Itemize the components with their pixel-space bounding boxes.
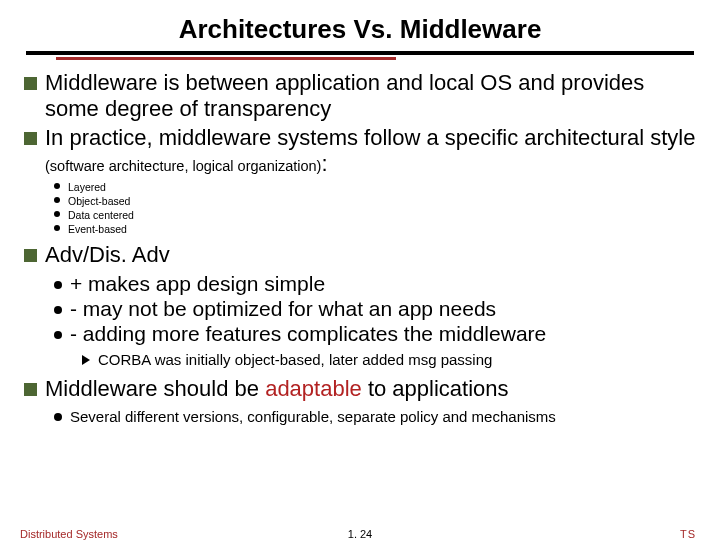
triangle-icon	[82, 355, 90, 365]
list-item: Layered	[54, 180, 704, 194]
square-bullet-icon	[24, 132, 37, 145]
footer-left: Distributed Systems	[20, 528, 118, 540]
style-list: Layered Object-based Data centered Event…	[24, 180, 704, 237]
bullet-4-text: Middleware should be adaptable to applic…	[45, 376, 509, 402]
b4-sub-text: Several different versions, configurable…	[70, 407, 556, 427]
style-3: Event-based	[68, 222, 127, 236]
slide-title: Architectures Vs. Middleware	[0, 0, 720, 51]
dot-icon	[54, 211, 60, 217]
adv-0: + makes app design simple	[70, 271, 325, 296]
dot-icon	[54, 281, 62, 289]
list-item: + makes app design simple	[54, 271, 704, 296]
b4-pre: Middleware should be	[45, 376, 265, 401]
list-item: Data centered	[54, 208, 704, 222]
dot-icon	[54, 306, 62, 314]
adv-list: + makes app design simple - may not be o…	[24, 271, 704, 347]
dot-icon	[54, 197, 60, 203]
bullet-4-sub: Several different versions, configurable…	[24, 407, 704, 427]
bullet-3-text: Adv/Dis. Adv	[45, 242, 170, 268]
style-2: Data centered	[68, 208, 134, 222]
bullet-1-text: Middleware is between application and lo…	[45, 70, 704, 123]
dot-icon	[54, 413, 62, 421]
bullet-4: Middleware should be adaptable to applic…	[24, 376, 704, 402]
title-underline	[26, 51, 694, 55]
square-bullet-icon	[24, 77, 37, 90]
footer-right: TS	[680, 528, 696, 540]
style-1: Object-based	[68, 194, 130, 208]
bullet-2-text: In practice, middleware systems follow a…	[45, 125, 704, 178]
corba-text: CORBA was initially object-based, later …	[98, 350, 492, 370]
bullet-2-colon: :	[321, 151, 327, 176]
dot-icon	[54, 183, 60, 189]
list-item: CORBA was initially object-based, later …	[82, 350, 704, 370]
list-item: Object-based	[54, 194, 704, 208]
adv-1: - may not be optimized for what an app n…	[70, 296, 496, 321]
footer-center: 1. 24	[348, 528, 372, 540]
bullet-2-main: In practice, middleware systems follow a…	[45, 125, 695, 150]
bullet-1: Middleware is between application and lo…	[24, 70, 704, 123]
list-item: Event-based	[54, 222, 704, 236]
slide-body: Middleware is between application and lo…	[0, 70, 720, 427]
list-item: - may not be optimized for what an app n…	[54, 296, 704, 321]
square-bullet-icon	[24, 383, 37, 396]
accent-line	[56, 57, 396, 60]
list-item: Several different versions, configurable…	[54, 407, 704, 427]
corba-note: CORBA was initially object-based, later …	[24, 350, 704, 370]
bullet-3: Adv/Dis. Adv	[24, 242, 704, 268]
style-0: Layered	[68, 180, 106, 194]
b4-highlight: adaptable	[265, 376, 362, 401]
b4-post: to applications	[362, 376, 509, 401]
list-item: - adding more features complicates the m…	[54, 321, 704, 346]
dot-icon	[54, 331, 62, 339]
bullet-2-note: (software architecture, logical organiza…	[45, 158, 321, 174]
dot-icon	[54, 225, 60, 231]
bullet-2: In practice, middleware systems follow a…	[24, 125, 704, 178]
adv-2: - adding more features complicates the m…	[70, 321, 546, 346]
square-bullet-icon	[24, 249, 37, 262]
